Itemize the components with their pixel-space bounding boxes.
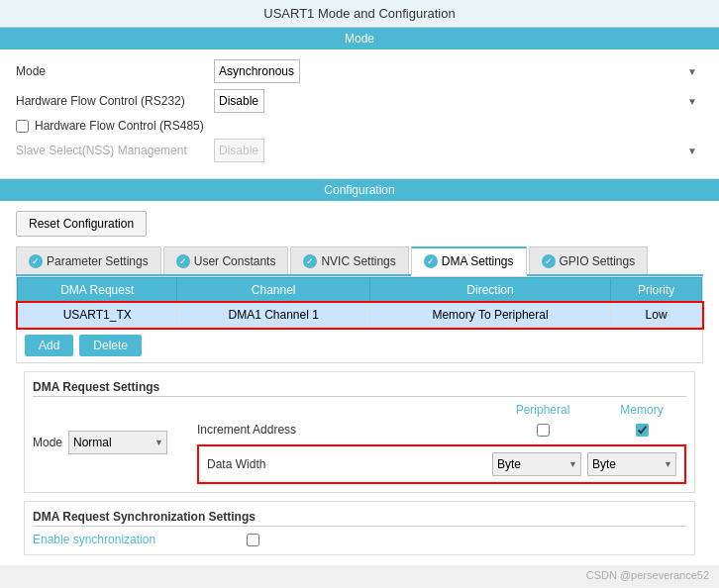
mode-setting-row: Mode Normal ▼ (33, 431, 167, 454)
dma-row-priority: Low (611, 303, 702, 328)
dma-table: DMA Request Channel Direction Priority U… (17, 277, 702, 328)
mode-label: Mode (16, 64, 214, 78)
tab-gpio-icon: ✓ (542, 254, 556, 268)
dma-col-priority: Priority (611, 278, 702, 303)
dma-table-section: DMA Request Channel Direction Priority U… (16, 276, 703, 363)
dma-mode-select[interactable]: Normal (68, 431, 167, 454)
tab-dma[interactable]: ✓ DMA Settings (411, 246, 527, 276)
peripheral-memory-settings: Peripheral Memory Increment Address (197, 403, 686, 484)
tab-parameter[interactable]: ✓ Parameter Settings (16, 246, 161, 274)
peripheral-increment-checkbox[interactable] (537, 424, 550, 437)
mode-select-wrapper[interactable]: Asynchronous (214, 59, 703, 83)
mode-section: Mode Asynchronous Hardware Flow Control … (0, 49, 719, 179)
tab-gpio-label: GPIO Settings (560, 254, 636, 268)
tab-nvic-label: NVIC Settings (321, 254, 395, 268)
hw-flow-rs232-label: Hardware Flow Control (RS232) (16, 94, 214, 108)
tab-dma-label: DMA Settings (442, 254, 514, 268)
dma-request-settings-title: DMA Request Settings (33, 380, 686, 397)
config-tabs: ✓ Parameter Settings ✓ User Constants ✓ … (16, 246, 703, 276)
dma-sync-title: DMA Request Synchronization Settings (33, 510, 686, 527)
memory-dw-wrapper[interactable]: ByteHalf WordWord ▼ (587, 452, 676, 476)
config-header: Configuration (0, 179, 719, 201)
sync-enable-label: Enable synchronization (33, 533, 247, 546)
page-title: USART1 Mode and Configuration (0, 0, 719, 28)
watermark: CSDN @perseverance52 (0, 565, 719, 585)
add-button[interactable]: Add (25, 335, 73, 356)
memory-dw-select[interactable]: ByteHalf WordWord (587, 452, 676, 476)
tab-nvic-icon: ✓ (303, 254, 317, 268)
peripheral-dw-wrapper[interactable]: ByteHalf WordWord ▼ (492, 452, 581, 476)
tab-parameter-icon: ✓ (29, 254, 43, 268)
hw-flow-rs485-checkbox[interactable] (16, 120, 29, 133)
dma-col-channel: Channel (177, 278, 369, 303)
sync-row: Enable synchronization (33, 533, 686, 546)
memory-col-label: Memory (597, 403, 686, 417)
dma-col-direction: Direction (369, 278, 610, 303)
increment-label: Increment Address (197, 423, 488, 437)
hw-flow-rs485-label: Hardware Flow Control (RS485) (35, 119, 204, 133)
add-delete-row: Add Delete (17, 328, 702, 362)
dma-row-channel: DMA1 Channel 1 (177, 303, 369, 328)
peripheral-dw-select[interactable]: ByteHalf WordWord (492, 452, 581, 476)
tab-nvic[interactable]: ✓ NVIC Settings (290, 246, 408, 274)
hw-flow-rs485-row: Hardware Flow Control (RS485) (16, 119, 703, 133)
peripheral-checkbox-wrap (488, 424, 597, 437)
hw-flow-rs232-row: Hardware Flow Control (RS232) Disable (16, 89, 703, 113)
hw-flow-rs232-select[interactable]: Disable (214, 89, 264, 113)
slave-select-wrapper: Disable (214, 139, 703, 162)
tab-parameter-label: Parameter Settings (47, 254, 149, 268)
tab-user-constants-label: User Constants (194, 254, 276, 268)
dma-settings-content: Mode Normal ▼ Peripheral Memory (33, 403, 686, 484)
dma-table-row[interactable]: USART1_TX DMA1 Channel 1 Memory To Perip… (18, 303, 702, 328)
tab-gpio[interactable]: ✓ GPIO Settings (529, 246, 649, 274)
sync-enable-checkbox[interactable] (247, 534, 259, 546)
data-width-label: Data Width (207, 457, 492, 471)
increment-address-row: Increment Address (197, 423, 686, 437)
dma-row-direction: Memory To Peripheral (369, 303, 610, 328)
dma-sync-section: DMA Request Synchronization Settings Ena… (24, 501, 695, 555)
peripheral-col-label: Peripheral (488, 403, 597, 417)
memory-increment-checkbox[interactable] (636, 424, 649, 437)
dma-col-request: DMA Request (18, 278, 177, 303)
mode-select[interactable]: Asynchronous (214, 59, 300, 83)
tab-dma-icon: ✓ (424, 254, 438, 268)
reset-config-button[interactable]: Reset Configuration (16, 211, 147, 237)
config-section: Reset Configuration ✓ Parameter Settings… (0, 201, 719, 565)
data-width-row: Data Width ByteHalf WordWord ▼ ByteHalf … (197, 444, 686, 484)
mode-row: Mode Asynchronous (16, 59, 703, 83)
memory-checkbox-wrap (597, 424, 686, 437)
tab-user-constants-icon: ✓ (176, 254, 190, 268)
delete-button[interactable]: Delete (79, 335, 142, 356)
hw-flow-rs232-select-wrapper[interactable]: Disable (214, 89, 703, 113)
slave-select-row: Slave Select(NSS) Management Disable (16, 139, 703, 162)
tab-user-constants[interactable]: ✓ User Constants (163, 246, 289, 274)
dma-mode-label: Mode (33, 436, 62, 449)
dma-request-settings: DMA Request Settings Mode Normal ▼ Perip (24, 371, 695, 493)
mode-header: Mode (0, 28, 719, 49)
ph-memory-header: Peripheral Memory (197, 403, 686, 417)
dma-row-request: USART1_TX (18, 303, 177, 328)
slave-select: Disable (214, 139, 264, 162)
dma-mode-select-wrapper[interactable]: Normal ▼ (68, 431, 167, 454)
slave-select-label: Slave Select(NSS) Management (16, 144, 214, 157)
